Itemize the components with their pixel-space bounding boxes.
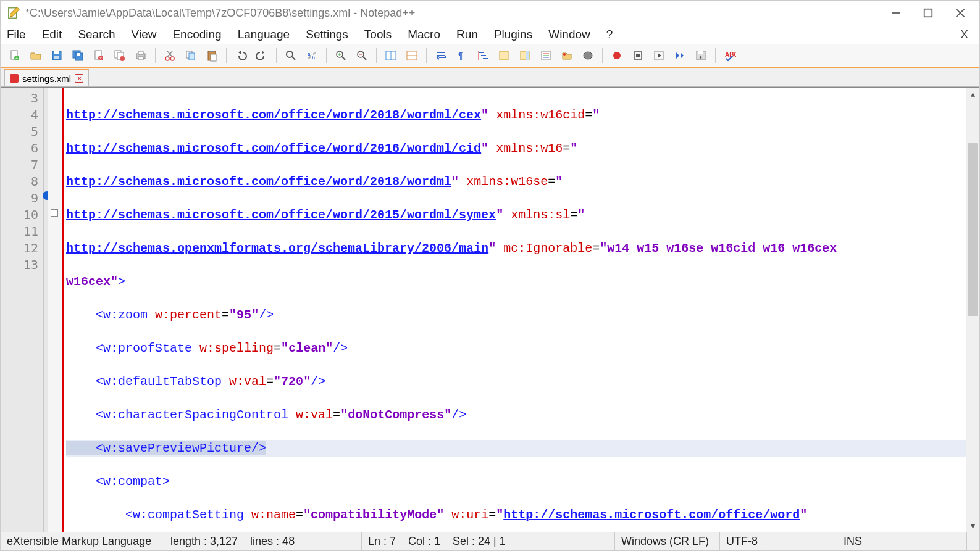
svg-text:ABC: ABC	[725, 51, 736, 58]
menu-overflow[interactable]: X	[960, 28, 973, 41]
zoom-out-icon[interactable]	[353, 47, 371, 64]
close-tab-icon[interactable]: ✕	[75, 74, 83, 83]
title-bar: *C:\Users\Jamie\AppData\Local\Temp\7zOCF…	[1, 1, 979, 25]
menu-help[interactable]: ?	[606, 28, 613, 41]
paste-icon[interactable]	[203, 47, 221, 64]
close-all-icon[interactable]	[111, 47, 129, 64]
doc-map-icon[interactable]	[516, 47, 534, 64]
svg-text:b: b	[312, 55, 315, 60]
window-title: *C:\Users\Jamie\AppData\Local\Temp\7zOCF…	[25, 7, 890, 20]
scrollbar-thumb[interactable]	[968, 143, 978, 316]
status-mode[interactable]: INS	[837, 532, 967, 550]
svg-rect-31	[211, 54, 216, 61]
tab-settings-xml[interactable]: settings.xml ✕	[4, 69, 89, 86]
scroll-up-icon[interactable]: ▴	[966, 88, 979, 100]
copy-icon[interactable]	[182, 47, 200, 64]
menu-file[interactable]: File	[7, 28, 26, 41]
svg-rect-22	[138, 57, 143, 60]
replace-icon[interactable]: ab	[303, 47, 321, 64]
zoom-in-icon[interactable]	[332, 47, 350, 64]
svg-text:×: ×	[99, 56, 102, 60]
app-icon	[7, 6, 20, 20]
menu-settings[interactable]: Settings	[306, 28, 348, 41]
play-macro-icon[interactable]	[650, 47, 668, 64]
spellcheck-icon[interactable]: ABC	[721, 47, 739, 64]
indent-guide-icon[interactable]	[474, 47, 492, 64]
print-icon[interactable]	[132, 47, 150, 64]
show-all-chars-icon[interactable]: ¶	[453, 47, 471, 64]
play-multi-icon[interactable]	[671, 47, 689, 64]
line-number: 4	[1, 107, 38, 123]
code-area[interactable]: http://schemas.microsoft.com/office/word…	[64, 88, 966, 532]
menu-run[interactable]: Run	[456, 28, 478, 41]
fold-column[interactable]: −	[48, 88, 62, 532]
fold-toggle-icon[interactable]: −	[51, 209, 58, 217]
close-file-icon[interactable]: ×	[90, 47, 108, 64]
status-eol[interactable]: Windows (CR LF)	[615, 532, 720, 550]
undo-icon[interactable]	[232, 47, 250, 64]
menu-tools[interactable]: Tools	[364, 28, 392, 41]
scroll-down-icon[interactable]: ▾	[966, 520, 979, 532]
line-number: 7	[31, 157, 38, 172]
svg-point-19	[120, 56, 125, 61]
toolbar: + × ab ¶ ABC	[1, 44, 979, 67]
menu-encoding[interactable]: Encoding	[172, 28, 221, 41]
status-length: length : 3,127 lines : 48	[164, 532, 362, 550]
menu-language[interactable]: Language	[238, 28, 290, 41]
save-macro-icon[interactable]	[692, 47, 710, 64]
cut-icon[interactable]	[161, 47, 179, 64]
menu-plugins[interactable]: Plugins	[494, 28, 532, 41]
svg-text:+: +	[15, 56, 18, 60]
maximize-button[interactable]	[923, 7, 934, 19]
menu-view[interactable]: View	[132, 28, 157, 41]
folder-workspace-icon[interactable]	[579, 47, 597, 64]
current-line: <w:savePreviewPicture/>	[66, 440, 966, 457]
editor: 3 4 5 6 7 8 9 10 11 12 13 − http://schem…	[1, 87, 979, 532]
new-file-icon[interactable]: +	[6, 47, 24, 64]
svg-text:¶: ¶	[458, 51, 463, 60]
svg-rect-65	[636, 54, 640, 57]
line-number: 12	[1, 240, 38, 257]
menu-search[interactable]: Search	[78, 28, 115, 41]
svg-line-33	[292, 57, 295, 60]
status-bar: eXtensible Markup Language length : 3,12…	[1, 532, 979, 550]
close-button[interactable]	[955, 7, 966, 19]
function-list-icon[interactable]	[558, 47, 576, 64]
menu-macro[interactable]: Macro	[408, 28, 440, 41]
sync-h-icon[interactable]	[403, 47, 421, 64]
svg-point-63	[613, 52, 621, 59]
svg-rect-28	[189, 53, 195, 60]
toolbar-separator	[326, 48, 327, 63]
toolbar-separator	[715, 48, 716, 63]
redo-icon[interactable]	[253, 47, 271, 64]
wordwrap-icon[interactable]	[432, 47, 450, 64]
line-number: 10	[1, 207, 38, 223]
toolbar-separator	[226, 48, 227, 63]
status-encoding[interactable]: UTF-8	[720, 532, 837, 550]
toolbar-separator	[602, 48, 603, 63]
udl-icon[interactable]	[495, 47, 513, 64]
menu-edit[interactable]: Edit	[42, 28, 62, 41]
minimize-button[interactable]	[890, 7, 902, 19]
find-icon[interactable]	[282, 47, 300, 64]
svg-rect-9	[54, 51, 59, 54]
menu-window[interactable]: Window	[548, 28, 590, 41]
stop-macro-icon[interactable]	[629, 47, 647, 64]
vertical-scrollbar[interactable]: ▴ ▾	[966, 88, 979, 532]
record-macro-icon[interactable]	[608, 47, 626, 64]
status-position: Ln : 7 Col : 1 Sel : 24 | 1	[362, 532, 615, 550]
save-icon[interactable]	[48, 47, 66, 64]
line-number-gutter[interactable]: 3 4 5 6 7 8 9 10 11 12 13	[1, 88, 44, 532]
svg-rect-10	[54, 56, 59, 59]
svg-rect-13	[77, 53, 80, 56]
line-number: 9	[1, 190, 38, 207]
line-number: 3	[1, 90, 38, 107]
sync-v-icon[interactable]	[382, 47, 400, 64]
toolbar-separator	[426, 48, 427, 63]
svg-text:a: a	[308, 51, 311, 57]
toolbar-separator	[155, 48, 156, 63]
doc-list-icon[interactable]	[537, 47, 555, 64]
open-file-icon[interactable]	[27, 47, 45, 64]
svg-rect-54	[500, 51, 508, 60]
save-all-icon[interactable]	[69, 47, 87, 64]
